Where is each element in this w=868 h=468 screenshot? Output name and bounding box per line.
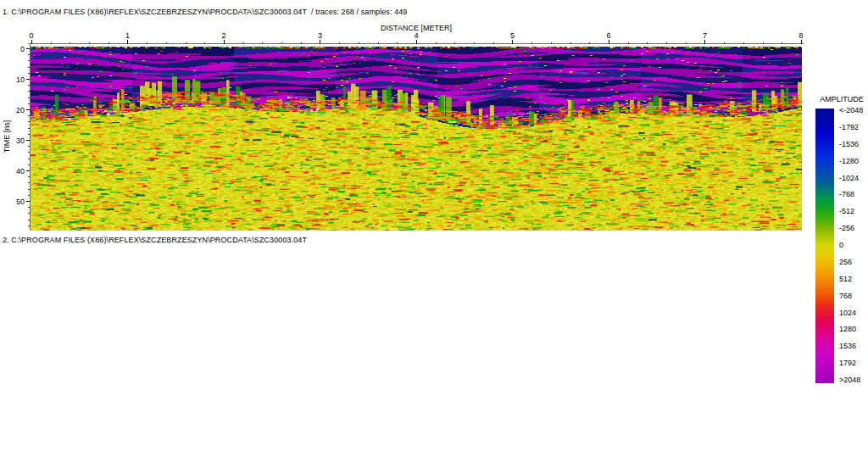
y-axis-minor-tick	[28, 195, 30, 196]
x-axis-minor-tick	[436, 42, 437, 44]
x-axis-minor-tick	[397, 42, 398, 44]
y-axis-minor-tick	[28, 164, 30, 165]
x-axis-tick-label: 2	[221, 31, 225, 40]
x-axis-minor-tick	[647, 42, 648, 44]
x-axis-minor-tick	[281, 42, 282, 44]
y-axis-minor-tick	[28, 159, 30, 159]
y-axis-tick	[26, 79, 30, 80]
colorbar-label: -1024	[839, 175, 863, 182]
x-axis-minor-tick	[763, 42, 764, 44]
x-axis-tick-label: 0	[29, 31, 33, 40]
x-axis-minor-tick	[262, 42, 263, 44]
x-axis-minor-tick	[628, 42, 629, 44]
colorbar-label: -1792	[839, 124, 863, 131]
x-axis-tick-label: 5	[510, 31, 515, 40]
y-axis-tick	[26, 170, 30, 171]
y-axis-minor-tick	[28, 176, 30, 177]
x-axis-tick-label: 8	[798, 31, 803, 40]
colorbar-label: -512	[839, 208, 863, 215]
y-axis-minor-tick	[28, 134, 30, 135]
x-axis-tick	[801, 40, 802, 44]
y-axis-tick-label: 40	[0, 167, 25, 176]
y-axis-minor-tick	[28, 182, 30, 183]
y-axis-tick	[26, 201, 30, 202]
y-axis-minor-tick	[28, 73, 30, 74]
radargram-plot[interactable]	[31, 47, 802, 231]
colorbar-label: >2048	[839, 376, 863, 384]
x-axis-tick	[320, 40, 320, 44]
y-axis-minor-tick	[28, 67, 30, 68]
y-axis-minor-tick	[28, 60, 30, 61]
x-axis-tick	[512, 40, 513, 44]
y-axis-minor-tick	[28, 115, 30, 116]
y-axis-tick	[26, 109, 30, 110]
x-axis-tick	[416, 40, 417, 44]
reflexw-window: 1. C:\PROGRAM FILES (X86)\REFLEX\SZCZEBR…	[0, 0, 868, 468]
x-axis-minor-tick	[454, 42, 455, 44]
y-axis-minor-tick	[28, 213, 30, 214]
x-axis-minor-tick	[570, 42, 571, 44]
y-axis-minor-tick	[28, 128, 30, 129]
x-axis-minor-tick	[551, 42, 552, 44]
y-axis-tick-label: 20	[0, 106, 25, 114]
x-axis-tick-label: 4	[414, 31, 418, 40]
colorbar-label: 1280	[839, 326, 863, 333]
y-axis-minor-tick	[28, 152, 30, 153]
x-axis-tick	[31, 40, 32, 44]
x-axis-tick-label: 7	[703, 31, 707, 40]
colorbar-label: 768	[839, 292, 863, 300]
amplitude-legend-title: AMPLITUDE	[820, 95, 864, 103]
x-axis-minor-tick	[531, 42, 532, 44]
y-axis-minor-tick	[28, 98, 30, 98]
x-axis-minor-tick	[108, 42, 109, 44]
x-axis-minor-tick	[474, 42, 475, 44]
y-axis-tick	[26, 48, 30, 49]
x-axis-tick	[224, 40, 225, 44]
colorbar-label: 1024	[839, 309, 863, 317]
colorbar-label: -1280	[839, 158, 863, 165]
y-axis-minor-tick	[28, 103, 30, 104]
x-axis-minor-tick	[589, 42, 590, 44]
y-axis-tick-label: 50	[0, 198, 25, 206]
colorbar-label: -1536	[839, 141, 863, 148]
x-axis-minor-tick	[743, 42, 744, 44]
x-axis-minor-tick	[89, 42, 90, 44]
colorbar-label: 0	[839, 242, 863, 249]
colorbar-label: 512	[839, 276, 863, 283]
colorbar-label: <-2048	[839, 107, 863, 114]
x-axis-minor-tick	[186, 42, 186, 44]
x-axis-minor-tick	[782, 42, 782, 44]
x-axis-minor-tick	[378, 42, 379, 44]
x-axis-minor-tick	[147, 42, 147, 44]
y-axis-minor-tick	[28, 226, 30, 226]
time-axis-label: TIME [ns]	[3, 120, 11, 153]
amplitude-colorbar-labels: <-2048-1792-1536-1280-1024-768-512-25602…	[839, 107, 863, 384]
y-axis-minor-tick	[28, 54, 30, 55]
colorbar-label: -256	[839, 225, 863, 232]
y-axis-tick-label: 10	[0, 75, 25, 84]
x-axis-tick	[609, 40, 609, 44]
y-axis-tick	[26, 140, 30, 141]
x-axis-tick-label: 3	[318, 31, 322, 40]
y-axis-minor-tick	[28, 189, 30, 190]
x-axis-tick-label: 6	[606, 31, 610, 40]
section1-file-title: 1. C:\PROGRAM FILES (X86)\REFLEX\SZCZEBR…	[3, 8, 407, 16]
colorbar-label: 256	[839, 259, 863, 266]
colorbar-label: 1536	[839, 343, 863, 350]
colorbar-label: -768	[839, 191, 863, 198]
y-axis-minor-tick	[28, 121, 30, 122]
x-axis-minor-tick	[166, 42, 167, 44]
y-axis-tick-label: 0	[0, 45, 25, 53]
x-axis-minor-tick	[339, 42, 340, 44]
y-axis-minor-tick	[28, 146, 30, 147]
amplitude-colorbar	[815, 109, 834, 383]
y-axis-minor-tick	[28, 207, 30, 208]
y-axis-minor-tick	[28, 85, 30, 86]
x-axis-minor-tick	[359, 42, 359, 44]
x-axis-tick	[127, 40, 128, 44]
x-axis-minor-tick	[70, 42, 70, 44]
x-axis-minor-tick	[51, 42, 52, 44]
colorbar-label: 1792	[839, 359, 863, 367]
x-axis-minor-tick	[204, 42, 205, 44]
x-axis-minor-tick	[686, 42, 687, 44]
